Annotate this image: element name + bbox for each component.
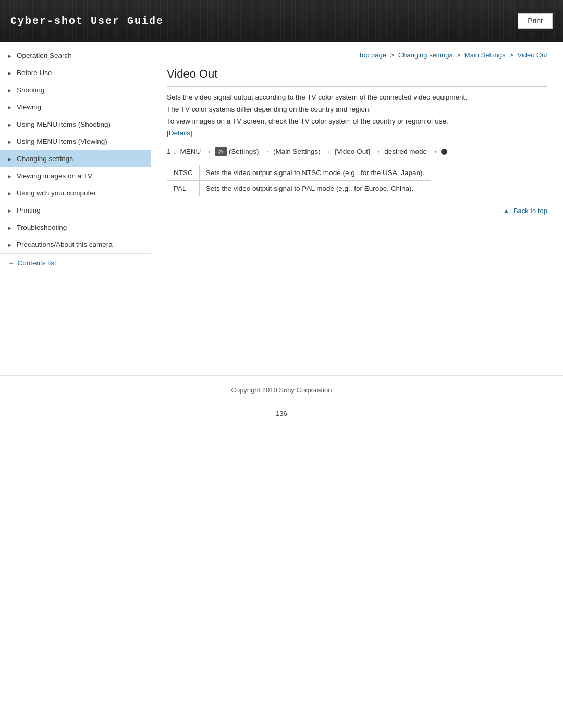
sidebar-item-label: Viewing images on a TV [17,172,92,180]
table-cell-label-pal: PAL [167,180,200,196]
page-number: 136 [0,404,563,423]
sidebar-item-label: Precautions/About this camera [17,241,113,249]
chevron-icon: ► [7,53,13,58]
description: Sets the video signal output according t… [167,92,547,140]
app-title: Cyber-shot User Guide [10,15,164,27]
contents-list-label: Contents list [18,259,56,267]
step-video-out: [Video Out] [335,147,370,155]
step-menu: MENU [180,147,201,155]
desc-line2: The TV color systems differ depending on… [167,104,547,116]
chevron-icon: ► [7,156,13,162]
arrow-icon-2: → [263,147,270,155]
sidebar-item-label: Viewing [17,103,41,111]
chevron-icon: ► [7,88,13,93]
arrow-icon-1: → [204,147,212,155]
breadcrumb-sep-2: > [457,51,462,59]
chevron-icon: ► [7,242,13,248]
contents-list-link[interactable]: → Contents list [0,254,151,272]
sidebar-item-printing[interactable]: ► Printing [0,202,151,219]
chevron-icon: ► [7,105,13,110]
sidebar-item-troubleshooting[interactable]: ► Troubleshooting [0,219,151,236]
back-to-top: ▲ Back to top [167,207,547,215]
sidebar-item-before-use[interactable]: ► Before Use [0,64,151,81]
sidebar-item-precautions[interactable]: ► Precautions/About this camera [0,236,151,253]
arrow-icon-5: → [431,147,438,155]
back-to-top-link[interactable]: ▲ Back to top [503,207,547,215]
header: Cyber-shot User Guide Print [0,0,563,42]
table-cell-desc-ntsc: Sets the video output signal to NTSC mod… [199,165,431,180]
table-row: NTSC Sets the video output signal to NTS… [167,165,431,180]
sidebar-item-label: Using MENU items (Shooting) [17,120,111,128]
sidebar-item-operation-search[interactable]: ► Operation Search [0,47,151,64]
breadcrumb-top[interactable]: Top page [359,51,387,59]
sidebar-item-menu-viewing[interactable]: ► Using MENU items (Viewing) [0,133,151,150]
step-settings: (Settings) [229,147,259,155]
step-instruction: 1． MENU → (Settings) → (Main Settings) →… [167,147,547,156]
arrow-icon-4: → [374,147,381,155]
sidebar-item-label: Using MENU items (Viewing) [17,138,107,145]
sidebar-item-shooting[interactable]: ► Shooting [0,81,151,98]
breadcrumb: Top page > Changing settings > Main Sett… [167,47,547,59]
sidebar-item-label: Before Use [17,69,52,77]
main-content: Top page > Changing settings > Main Sett… [151,42,563,241]
sidebar-item-computer[interactable]: ► Using with your computer [0,184,151,202]
sidebar-item-label: Troubleshooting [17,224,67,231]
breadcrumb-video-out[interactable]: Video Out [517,51,547,59]
chevron-icon: ► [7,208,13,213]
chevron-icon: ► [7,70,13,76]
footer: Copyright 2010 Sony Corporation [0,375,563,404]
sidebar-item-label: Printing [17,206,41,214]
chevron-icon: ► [7,191,13,196]
sidebar-item-label: Operation Search [17,52,72,59]
settings-icon [215,147,227,156]
desc-line3: To view images on a TV screen, check the… [167,116,547,128]
triangle-up-icon: ▲ [503,207,509,215]
copyright: Copyright 2010 Sony Corporation [231,386,332,394]
breadcrumb-sep-3: > [509,51,515,59]
arrow-right-icon: → [7,259,15,267]
details-link[interactable]: [Details] [167,129,192,137]
page-title: Video Out [167,67,547,87]
back-to-top-label: Back to top [513,207,547,215]
sidebar-item-label: Shooting [17,86,44,94]
sidebar-item-viewing-tv[interactable]: ► Viewing images on a TV [0,167,151,184]
breadcrumb-main-settings[interactable]: Main Settings [464,51,506,59]
chevron-icon: ► [7,174,13,179]
table-cell-label-ntsc: NTSC [167,165,200,180]
step-number: 1． [167,147,178,156]
step-main-settings: (Main Settings) [273,147,321,155]
sidebar-item-label: Changing settings [17,155,73,163]
arrow-icon-3: → [324,147,332,155]
sidebar-item-viewing[interactable]: ► Viewing [0,98,151,116]
sidebar-item-label: Using with your computer [17,189,96,197]
sidebar: ► Operation Search ► Before Use ► Shooti… [0,42,151,354]
main-layout: ► Operation Search ► Before Use ► Shooti… [0,42,563,354]
chevron-icon: ► [7,139,13,144]
sidebar-item-changing-settings[interactable]: ► Changing settings [0,150,151,167]
sidebar-item-menu-shooting[interactable]: ► Using MENU items (Shooting) [0,116,151,133]
table-row: PAL Sets the video output signal to PAL … [167,180,431,196]
step-desired: desired mode [384,147,427,155]
table-cell-desc-pal: Sets the video output signal to PAL mode… [199,180,431,196]
chevron-icon: ► [7,122,13,127]
chevron-icon: ► [7,225,13,230]
breadcrumb-sep-1: > [390,51,396,59]
desc-line1: Sets the video signal output according t… [167,92,547,104]
breadcrumb-changing[interactable]: Changing settings [398,51,452,59]
settings-table: NTSC Sets the video output signal to NTS… [167,165,431,196]
bullet-icon [441,149,447,155]
print-button[interactable]: Print [518,13,553,29]
